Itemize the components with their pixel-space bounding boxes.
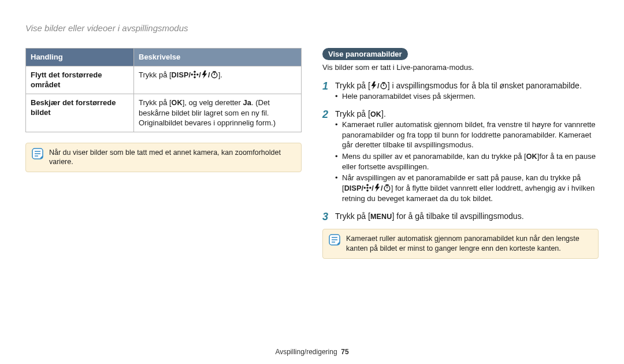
- text: Trykk på [: [335, 109, 370, 118]
- table-cell-description: Trykk på [OK], og velg deretter Ja. (Det…: [134, 94, 302, 132]
- actions-table: Handling Beskrivelse Flytt det forstørre…: [25, 48, 302, 132]
- flash-icon: [374, 184, 381, 192]
- timer-icon: [380, 81, 388, 90]
- info-note-left: Når du viser bilder som ble tatt med et …: [25, 143, 302, 173]
- flash-icon: [370, 81, 377, 90]
- table-header-description: Beskrivelse: [134, 49, 302, 66]
- footer-page-number: 75: [341, 348, 348, 356]
- footer-section: Avspilling/redigering: [275, 348, 337, 356]
- step-1: 1 Trykk på [/] i avspillingsmodus for å …: [322, 81, 599, 106]
- text: ].: [218, 70, 222, 79]
- page-title: Vise bilder eller videoer i avspillingsm…: [25, 23, 599, 33]
- table-cell-description: Trykk på [DISP///].: [134, 66, 302, 94]
- note-icon: [329, 234, 340, 254]
- step-number: 3: [322, 211, 335, 223]
- text: Trykk på [: [335, 81, 370, 90]
- flower-icon: [191, 70, 199, 79]
- list-item: Hele panoramabildet vises på skjermen.: [335, 91, 599, 102]
- table-row: Flytt det forstørrede området Trykk på […: [26, 66, 302, 94]
- right-column: Vise panoramabilder Vis bilder som er ta…: [322, 48, 599, 344]
- text: ].: [381, 109, 386, 118]
- two-column-layout: Handling Beskrivelse Flytt det forstørre…: [25, 48, 599, 344]
- timer-icon: [210, 70, 218, 79]
- table-row: Beskjær det forstørrede bildet Trykk på …: [26, 94, 302, 132]
- note-text: Kameraet ruller automatisk gjennom panor…: [346, 234, 592, 254]
- list-item: Når avspillingen av et panoramabilde er …: [335, 173, 599, 203]
- ok-label: OK: [526, 153, 537, 161]
- step-1-bullets: Hele panoramabildet vises på skjermen.: [335, 91, 599, 102]
- step-3: 3 Trykk på [MENU] for å gå tilbake til a…: [322, 211, 599, 223]
- text: Trykk på [: [335, 211, 370, 221]
- note-icon: [32, 148, 43, 168]
- steps-list: 1 Trykk på [/] i avspillingsmodus for å …: [322, 81, 599, 223]
- left-column: Handling Beskrivelse Flytt det forstørre…: [25, 48, 302, 344]
- ja-label: Ja: [243, 98, 251, 107]
- info-note-right: Kameraet ruller automatisk gjennom panor…: [322, 229, 599, 259]
- note-text: Når du viser bilder som ble tatt med et …: [49, 148, 295, 168]
- menu-label: MENU: [370, 213, 392, 221]
- ok-label: OK: [370, 110, 381, 118]
- ok-label: OK: [172, 99, 183, 107]
- disp-label: DISP/: [172, 71, 191, 79]
- step-2-bullets: Kameraet ruller automatisk gjennom bilde…: [335, 120, 599, 203]
- list-item: Kameraet ruller automatisk gjennom bilde…: [335, 120, 599, 150]
- page-footer: Avspilling/redigering 75: [25, 344, 599, 356]
- text: Trykk på [: [139, 70, 172, 79]
- step-2: 2 Trykk på [OK]. Kameraet ruller automat…: [322, 109, 599, 208]
- table-header-action: Handling: [26, 49, 134, 66]
- panorama-heading-pill: Vise panoramabilder: [322, 48, 408, 60]
- list-item: Mens du spiller av et panoramabilde, kan…: [335, 151, 599, 172]
- panorama-subtext: Vis bilder som er tatt i Live-panorama-m…: [322, 62, 599, 73]
- text: Mens du spiller av et panoramabilde, kan…: [342, 152, 526, 161]
- text: ], og velg deretter: [183, 98, 243, 107]
- flash-icon: [201, 70, 208, 79]
- timer-icon: [383, 184, 391, 192]
- table-cell-action: Flytt det forstørrede området: [26, 66, 134, 94]
- text: ] for å gå tilbake til avspillingsmodus.: [392, 211, 524, 221]
- step-number: 2: [322, 109, 335, 208]
- step-number: 1: [322, 81, 335, 106]
- text: ] i avspillingsmodus for å bla til ønske…: [388, 81, 582, 90]
- flower-icon: [363, 184, 372, 192]
- table-cell-action: Beskjær det forstørrede bildet: [26, 94, 134, 132]
- disp-label: DISP/: [344, 184, 364, 192]
- text: Trykk på [: [139, 98, 172, 107]
